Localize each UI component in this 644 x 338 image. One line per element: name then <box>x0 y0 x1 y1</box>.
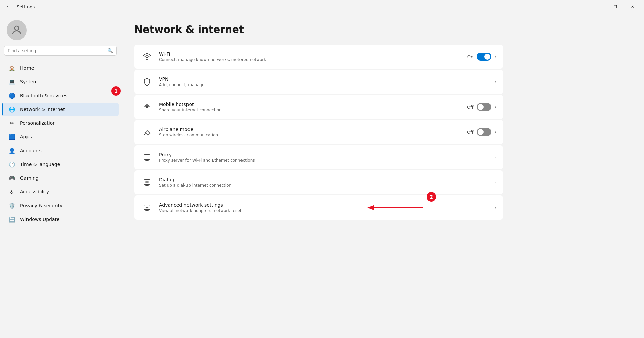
toggle-hotspot[interactable] <box>477 103 491 111</box>
system-icon: 💻 <box>9 78 15 85</box>
sidebar-item-personalization[interactable]: ✏️Personalization <box>2 116 119 130</box>
toggle-label-hotspot: Off <box>467 105 473 110</box>
setting-item-vpn[interactable]: VPNAdd, connect, manage› <box>134 70 503 94</box>
svg-point-14 <box>147 182 147 182</box>
setting-desc-hotspot: Share your internet connection <box>159 108 461 112</box>
sidebar-item-label-windows-update: Windows Update <box>20 217 60 222</box>
time-icon: 🕐 <box>9 161 15 168</box>
setting-title-advanced: Advanced network settings <box>159 202 489 208</box>
sidebar-item-label-personalization: Personalization <box>20 120 56 126</box>
setting-text-proxy: ProxyProxy server for Wi-Fi and Ethernet… <box>159 152 489 163</box>
setting-desc-advanced: View all network adapters, network reset <box>159 208 489 213</box>
toggle-label-airplane: Off <box>467 130 473 135</box>
setting-right-hotspot: Off› <box>467 103 496 111</box>
back-button[interactable]: ← <box>4 2 13 11</box>
minimize-button[interactable]: — <box>591 1 606 12</box>
sidebar-item-label-time: Time & language <box>20 162 60 167</box>
personalization-icon: ✏️ <box>9 120 15 126</box>
sidebar-item-windows-update[interactable]: 🔄Windows Update <box>2 213 119 226</box>
windows-update-icon: 🔄 <box>9 216 15 223</box>
setting-item-advanced[interactable]: 2 Advanced network settingsView all netw… <box>134 195 503 220</box>
sidebar-item-label-home: Home <box>20 65 34 71</box>
bluetooth-icon: 🔵 <box>9 92 15 99</box>
sidebar-item-accessibility[interactable]: ♿Accessibility <box>2 185 119 199</box>
accessibility-icon: ♿ <box>9 188 15 195</box>
setting-text-hotspot: Mobile hotspotShare your internet connec… <box>159 102 461 112</box>
advanced-icon <box>141 202 153 214</box>
setting-text-advanced: Advanced network settingsView all networ… <box>159 202 489 213</box>
home-icon: 🏠 <box>9 65 15 71</box>
setting-right-proxy: › <box>495 155 496 160</box>
sidebar-item-label-system: System <box>20 79 38 84</box>
sidebar-item-label-accessibility: Accessibility <box>20 189 49 194</box>
setting-item-wifi[interactable]: Wi-FiConnect, manage known networks, met… <box>134 45 503 69</box>
svg-point-2 <box>147 59 147 60</box>
setting-title-hotspot: Mobile hotspot <box>159 102 461 107</box>
sidebar-item-label-bluetooth: Bluetooth & devices <box>20 93 67 98</box>
sidebar-item-network[interactable]: 🌐Network & internet <box>2 103 119 116</box>
dialup-icon <box>141 176 153 188</box>
search-container: 🔍 <box>0 46 121 60</box>
svg-point-15 <box>148 182 148 182</box>
toggle-wifi[interactable] <box>477 53 491 61</box>
setting-item-dialup[interactable]: Dial-upSet up a dial-up internet connect… <box>134 170 503 194</box>
gaming-icon: 🎮 <box>9 175 15 181</box>
toggle-airplane[interactable] <box>477 128 491 136</box>
sidebar-item-gaming[interactable]: 🎮Gaming <box>2 171 119 185</box>
titlebar-left: ← Settings <box>4 2 35 11</box>
setting-text-vpn: VPNAdd, connect, manage <box>159 76 489 87</box>
app-container: 🔍 🏠Home💻System🔵Bluetooth & devices1 🌐Net… <box>0 13 644 338</box>
nav-list: 🏠Home💻System🔵Bluetooth & devices1 🌐Netwo… <box>0 60 121 228</box>
setting-item-proxy[interactable]: ProxyProxy server for Wi-Fi and Ethernet… <box>134 145 503 169</box>
annotation-badge-1: 1 <box>111 86 121 96</box>
setting-text-airplane: Airplane modeStop wireless communication <box>159 127 461 137</box>
setting-title-proxy: Proxy <box>159 152 489 157</box>
page-title: Network & internet <box>134 23 631 35</box>
sidebar-item-accounts[interactable]: 👤Accounts <box>2 144 119 157</box>
sidebar-item-apps[interactable]: 🟦Apps <box>2 130 119 144</box>
setting-title-vpn: VPN <box>159 76 489 82</box>
chevron-airplane: › <box>495 130 496 134</box>
setting-title-wifi: Wi-Fi <box>159 51 461 57</box>
avatar <box>7 20 27 40</box>
airplane-icon <box>141 126 153 138</box>
chevron-dialup: › <box>495 180 496 185</box>
sidebar-item-label-accounts: Accounts <box>20 148 42 153</box>
hotspot-icon <box>141 101 153 113</box>
setting-title-dialup: Dial-up <box>159 177 489 182</box>
close-button[interactable]: ✕ <box>625 1 640 12</box>
search-box[interactable]: 🔍 <box>4 46 117 56</box>
setting-right-advanced: › <box>495 205 496 210</box>
chevron-wifi: › <box>495 54 496 59</box>
sidebar-item-home[interactable]: 🏠Home <box>2 61 119 75</box>
svg-rect-17 <box>144 205 150 210</box>
main-wrapper: Network & internet Wi-FiConnect, manage … <box>121 13 644 338</box>
toggle-label-wifi: On <box>467 54 473 59</box>
chevron-proxy: › <box>495 155 496 160</box>
sidebar-item-time[interactable]: 🕐Time & language <box>2 158 119 171</box>
wifi-icon <box>141 51 153 63</box>
svg-rect-7 <box>144 155 150 159</box>
maximize-button[interactable]: ❐ <box>608 1 623 12</box>
setting-item-airplane[interactable]: Airplane modeStop wireless communication… <box>134 120 503 144</box>
user-profile <box>0 13 121 46</box>
privacy-icon: 🛡️ <box>9 202 15 209</box>
sidebar: 🔍 🏠Home💻System🔵Bluetooth & devices1 🌐Net… <box>0 13 121 338</box>
search-input[interactable] <box>8 48 105 53</box>
setting-desc-wifi: Connect, manage known networks, metered … <box>159 57 461 62</box>
titlebar: ← Settings — ❐ ✕ <box>0 0 644 13</box>
chevron-vpn: › <box>495 79 496 84</box>
setting-right-airplane: Off› <box>467 128 496 136</box>
setting-item-hotspot[interactable]: Mobile hotspotShare your internet connec… <box>134 95 503 119</box>
sidebar-item-privacy[interactable]: 🛡️Privacy & security <box>2 199 119 212</box>
sidebar-item-bluetooth[interactable]: 🔵Bluetooth & devices1 <box>2 89 119 102</box>
setting-right-dialup: › <box>495 180 496 185</box>
apps-icon: 🟦 <box>9 133 15 140</box>
main-content: Network & internet Wi-FiConnect, manage … <box>121 13 644 338</box>
setting-right-wifi: On› <box>467 53 496 61</box>
setting-right-vpn: › <box>495 79 496 84</box>
setting-text-dialup: Dial-upSet up a dial-up internet connect… <box>159 177 489 188</box>
sidebar-item-label-apps: Apps <box>20 134 32 139</box>
annotation-badge-2: 2 <box>427 192 436 202</box>
sidebar-item-system[interactable]: 💻System <box>2 75 119 89</box>
